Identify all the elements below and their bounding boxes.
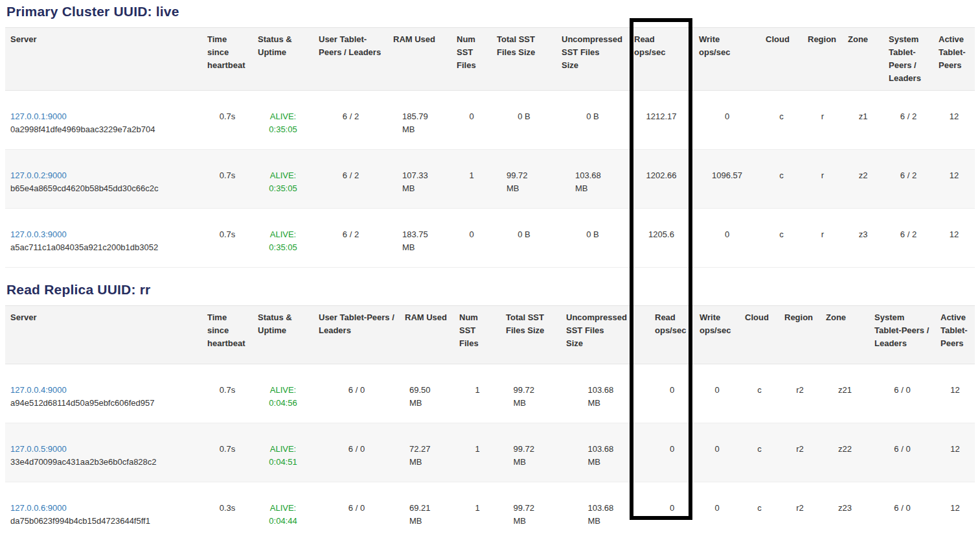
time-since-heartbeat-cell: 0.7s: [202, 150, 253, 209]
num-sst-files-cell: 0: [451, 209, 492, 268]
region-cell: r: [803, 91, 843, 150]
total-sst-size-value: 99.72 MB: [514, 502, 549, 528]
column-header-label: System Tablet-Peers / Leaders: [874, 312, 929, 348]
status-uptime-cell: ALIVE: 0:35:05: [253, 150, 313, 209]
uptime-value: 0:04:56: [258, 397, 308, 410]
write-ops-cell: 0: [694, 364, 740, 423]
time-since-heartbeat-cell: 0.7s: [202, 423, 253, 482]
status-uptime-cell: ALIVE: 0:35:05: [253, 209, 313, 268]
uncompressed-sst-size-value: 0 B: [586, 110, 599, 123]
total-sst-size-cell: 99.72 MB: [492, 150, 556, 209]
column-header: Total SST Files Size: [492, 28, 556, 91]
time-since-heartbeat-cell: 0.7s: [202, 91, 253, 150]
server-address-link[interactable]: 127.0.0.3:9000: [10, 229, 67, 239]
server-uuid: da75b0623f994b4cb15d4723644f5ff1: [10, 515, 197, 528]
cloud-cell: c: [740, 364, 779, 423]
server-address-link[interactable]: 127.0.0.2:9000: [10, 170, 67, 180]
server-cell: 127.0.0.5:9000 33e4d70099ac431aa2b3e6b0c…: [5, 423, 202, 482]
system-tablet-peers-cell: 6 / 0: [869, 364, 935, 423]
column-header-label: Num SST Files: [457, 34, 476, 70]
zone-cell: z22: [821, 423, 869, 482]
active-tablet-peers-cell: 12: [935, 364, 975, 423]
table-row: 127.0.0.1:9000 0a2998f41dfe4969baac3229e…: [5, 91, 975, 150]
column-header-label: User Tablet-Peers / Leaders: [319, 34, 381, 57]
cloud-cell: c: [740, 423, 779, 482]
server-address-link[interactable]: 127.0.0.4:9000: [10, 385, 67, 395]
server-address-link[interactable]: 127.0.0.5:9000: [10, 444, 67, 454]
column-header-label: RAM Used: [405, 312, 447, 322]
column-header: Status & Uptime: [253, 306, 313, 364]
primary-cluster-section: Primary Cluster UUID: live ServerTime si…: [5, 4, 975, 268]
status-label: ALIVE:: [258, 443, 308, 456]
uncompressed-sst-size-cell: 103.68 MB: [561, 423, 650, 482]
table-row: 127.0.0.6:9000 da75b0623f994b4cb15d47236…: [5, 482, 975, 540]
cloud-cell: c: [760, 150, 803, 209]
system-tablet-peers-cell: 6 / 0: [869, 423, 935, 482]
column-header-label: Zone: [848, 34, 868, 44]
column-header: RAM Used: [388, 28, 451, 91]
num-sst-files-cell: 1: [454, 423, 501, 482]
column-header-label: Total SST Files Size: [497, 33, 538, 59]
server-uuid: 33e4d70099ac431aa2b3e6b0cfa828c2: [10, 456, 197, 469]
active-tablet-peers-cell: 12: [933, 150, 975, 209]
status-uptime-cell: ALIVE: 0:04:44: [253, 482, 313, 540]
column-header-label: Status & Uptime: [258, 312, 292, 335]
system-tablet-peers-value: 6 / 2: [900, 110, 917, 123]
total-sst-size-cell: 0 B: [492, 209, 556, 268]
system-tablet-peers-value: 6 / 0: [894, 444, 910, 454]
status-uptime-cell: ALIVE: 0:35:05: [253, 91, 313, 150]
column-header: Active Tablet-Peers: [935, 306, 975, 364]
cloud-cell: c: [760, 209, 803, 268]
system-tablet-peers-cell: 6 / 2: [883, 150, 933, 209]
server-address-link[interactable]: 127.0.0.6:9000: [10, 503, 67, 513]
uncompressed-sst-size-value: 103.68 MB: [575, 169, 610, 195]
write-ops-cell: 0: [694, 91, 760, 150]
system-tablet-peers-value: 6 / 0: [894, 385, 910, 395]
system-tablet-peers-cell: 6 / 2: [883, 91, 933, 150]
user-tablet-peers-cell: 6 / 0: [313, 482, 400, 540]
column-header-label: Time since heartbeat: [207, 312, 245, 348]
status-label: ALIVE:: [258, 169, 308, 182]
primary-tablet-servers-table: ServerTime since heartbeatStatus & Uptim…: [5, 27, 975, 268]
system-tablet-peers-cell: 6 / 2: [883, 209, 933, 268]
column-header: Region: [803, 28, 843, 91]
column-header: User Tablet-Peers / Leaders: [313, 28, 388, 91]
column-header-label: Server: [10, 312, 36, 322]
zone-cell: z23: [821, 482, 869, 540]
num-sst-files-cell: 1: [454, 482, 501, 540]
read-replica-section: Read Replica UUID: rr ServerTime since h…: [5, 282, 975, 540]
num-sst-files-cell: 1: [451, 150, 492, 209]
total-sst-size-value: 0 B: [518, 228, 530, 241]
column-header-label: Read ops/sec: [655, 311, 686, 337]
ram-used-value: 72.27 MB: [409, 443, 444, 469]
total-sst-size-cell: 0 B: [492, 91, 556, 150]
region-cell: r: [803, 150, 843, 209]
write-ops-cell: 0: [694, 209, 760, 268]
uptime-value: 0:35:05: [258, 123, 308, 136]
column-header: Server: [5, 28, 202, 91]
column-header-label: Uncompressed SST Files Size: [566, 311, 608, 350]
column-header: Read ops/sec: [650, 306, 694, 364]
status-label: ALIVE:: [258, 502, 308, 515]
total-sst-size-value: 0 B: [518, 110, 530, 123]
server-cell: 127.0.0.3:9000 a5ac711c1a084035a921c200b…: [5, 209, 202, 268]
header-row: ServerTime since heartbeatStatus & Uptim…: [5, 306, 975, 364]
column-header-label: Uncompressed SST Files Size: [562, 33, 603, 72]
user-tablet-peers-cell: 6 / 0: [313, 364, 400, 423]
column-header: Zone: [821, 306, 869, 364]
column-header-label: RAM Used: [393, 34, 435, 44]
column-header-label: User Tablet-Peers / Leaders: [319, 312, 394, 335]
ram-used-cell: 69.50 MB: [400, 364, 454, 423]
server-address-link[interactable]: 127.0.0.1:9000: [10, 112, 67, 121]
column-header: User Tablet-Peers / Leaders: [313, 306, 400, 364]
status-label: ALIVE:: [258, 384, 308, 397]
column-header-label: System Tablet-Peers / Leaders: [889, 34, 921, 83]
column-header: Uncompressed SST Files Size: [556, 28, 629, 91]
region-cell: r2: [779, 364, 821, 423]
column-header: System Tablet-Peers / Leaders: [869, 306, 935, 364]
ram-used-cell: 69.21 MB: [400, 482, 454, 540]
server-uuid: a94e512d68114d50a95ebfc606fed957: [10, 397, 197, 410]
user-tablet-peers-cell: 6 / 2: [313, 209, 388, 268]
uptime-value: 0:35:05: [258, 241, 308, 254]
read-ops-cell: 1212.17: [629, 91, 694, 150]
